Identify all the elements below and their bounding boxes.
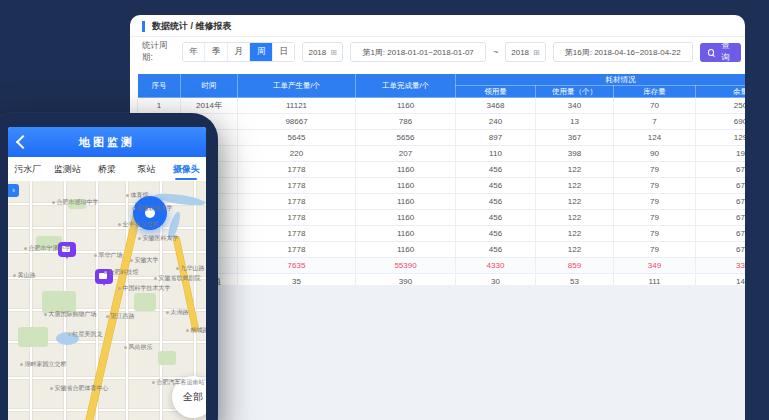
map-label: 合肥科技馆 bbox=[104, 269, 139, 275]
table-cell: 124 bbox=[614, 130, 696, 146]
map-label: 合肥汽车客运南站 bbox=[152, 379, 205, 385]
table-cell: 1160 bbox=[356, 162, 456, 178]
table-row: 2202071103989019 bbox=[138, 146, 746, 162]
report-table-header: 序号 时间 工单产生量/个 工单完成量/个 耗材情况 领用量 使用量（个） 库存… bbox=[138, 74, 746, 98]
table-cell: 340 bbox=[536, 98, 614, 114]
panel-expander-button[interactable]: › bbox=[8, 184, 19, 197]
map-label: 安徽大学 bbox=[130, 257, 159, 263]
table-cell: 122 bbox=[536, 162, 614, 178]
map-label: 安徽省合肥体育中心 bbox=[50, 385, 109, 391]
table-cell: 5645 bbox=[238, 130, 356, 146]
table-cell: 11121 bbox=[238, 98, 356, 114]
map-label: 黄山路 bbox=[13, 272, 36, 278]
table-cell: 4330 bbox=[456, 258, 536, 274]
table-cell: 1778 bbox=[238, 162, 356, 178]
table-cell: 220 bbox=[238, 146, 356, 162]
week-range-start-field[interactable]: 第1周: 2018-01-01~2018-01-07 bbox=[350, 42, 486, 62]
table-cell: 2014年 bbox=[181, 98, 238, 114]
table-cell: 897 bbox=[456, 130, 536, 146]
table-row: 98667786240137690 bbox=[138, 114, 746, 130]
table-cell: 98667 bbox=[238, 114, 356, 130]
table-row: 177811604561227967 bbox=[138, 162, 746, 178]
table-cell: 79 bbox=[614, 162, 696, 178]
table-cell: 859 bbox=[536, 258, 614, 274]
dashboard-card: 数据统计 / 维修报表 统计周期: 年季月周日 2018 ⊞ 第1周: 2018… bbox=[130, 15, 745, 420]
subcol-1: 领用量 bbox=[456, 86, 536, 98]
phone-page-title: 地图监测 bbox=[79, 135, 135, 150]
table-cell: 79 bbox=[614, 242, 696, 258]
week-range-end-field[interactable]: 第16周: 2018-04-16~2018-04-22 bbox=[553, 42, 693, 62]
table-cell: 67 bbox=[696, 162, 746, 178]
col-created: 工单产生量/个 bbox=[238, 74, 356, 98]
period-option-季[interactable]: 季 bbox=[205, 43, 228, 61]
phone-tab-泵站[interactable]: 泵站 bbox=[127, 157, 167, 181]
map-label: 大唐国际购物广场 bbox=[44, 311, 97, 317]
year-end-select[interactable]: 2018 ⊞ bbox=[505, 42, 546, 62]
magnifier-icon bbox=[708, 49, 714, 56]
table-cell: 129 bbox=[696, 130, 746, 146]
table-cell: 13 bbox=[536, 114, 614, 130]
map-label: 合肥市琥珀中学 bbox=[52, 199, 99, 205]
table-cell: 122 bbox=[536, 194, 614, 210]
table-cell: 122 bbox=[536, 242, 614, 258]
divider bbox=[130, 36, 745, 37]
table-row: 12014年111211160346834070250 bbox=[138, 98, 746, 114]
table-row: 177811604561227967 bbox=[138, 178, 746, 194]
map-park bbox=[42, 291, 76, 313]
phone-tab-bar: 污水厂监测站桥梁泵站摄像头 bbox=[8, 157, 206, 181]
table-cell: 456 bbox=[456, 242, 536, 258]
period-option-日[interactable]: 日 bbox=[273, 43, 295, 61]
table-cell: 122 bbox=[536, 210, 614, 226]
table-row: 177811604561227967 bbox=[138, 194, 746, 210]
table-cell: 250 bbox=[696, 98, 746, 114]
year-start-select[interactable]: 2018 ⊞ bbox=[302, 42, 343, 62]
table-cell: 67 bbox=[696, 242, 746, 258]
phone-tab-污水厂[interactable]: 污水厂 bbox=[8, 157, 48, 181]
phone-tab-桥梁[interactable]: 桥梁 bbox=[87, 157, 127, 181]
search-button[interactable]: 查询 bbox=[700, 43, 741, 62]
table-cell: 3468 bbox=[456, 98, 536, 114]
map-label: 翠华广场 bbox=[94, 252, 123, 258]
period-option-年[interactable]: 年 bbox=[183, 43, 206, 61]
table-cell: 1778 bbox=[238, 210, 356, 226]
table-cell: 456 bbox=[456, 210, 536, 226]
table-cell: 786 bbox=[356, 114, 456, 130]
map-view[interactable]: › 全部 合肥市琥珀中学体育馆安徽农业大学全丰省立交桥安徽医科大学合肥市宁溪小学… bbox=[8, 181, 206, 420]
filter-bar: 统计周期: 年季月周日 2018 ⊞ 第1周: 2018-01-01~2018-… bbox=[142, 42, 745, 62]
table-cell: 367 bbox=[536, 130, 614, 146]
table-cell: 1160 bbox=[356, 210, 456, 226]
table-cell: 1160 bbox=[356, 242, 456, 258]
map-label: 体育馆 bbox=[126, 192, 149, 198]
table-cell: 67 bbox=[696, 210, 746, 226]
charts-section: 产生工单量 完成工单量 360323 耗材分析 2402001601208040 bbox=[130, 285, 745, 420]
col-done: 工单完成量/个 bbox=[356, 74, 456, 98]
map-label: 安徽医科大学 bbox=[138, 235, 179, 241]
back-chevron-icon[interactable] bbox=[16, 135, 30, 149]
phone-tab-监测站[interactable]: 监测站 bbox=[48, 157, 88, 181]
table-cell: 456 bbox=[456, 178, 536, 194]
map-label: 九华山路 bbox=[176, 265, 205, 271]
period-label: 统计周期: bbox=[142, 40, 175, 64]
table-cell: 19 bbox=[696, 146, 746, 162]
table-row: 56455656897367124129 bbox=[138, 130, 746, 146]
table-cell: 1160 bbox=[356, 178, 456, 194]
table-cell: 207 bbox=[356, 146, 456, 162]
period-option-月[interactable]: 月 bbox=[228, 43, 251, 61]
phone-tab-摄像头[interactable]: 摄像头 bbox=[166, 157, 206, 181]
map-park bbox=[158, 351, 176, 365]
table-cell: 1160 bbox=[356, 98, 456, 114]
table-cell: 79 bbox=[614, 226, 696, 242]
phone-header: 地图监测 bbox=[8, 127, 206, 157]
table-cell: 67 bbox=[696, 194, 746, 210]
period-option-周[interactable]: 周 bbox=[250, 43, 273, 61]
table-cell: 67 bbox=[696, 178, 746, 194]
table-row: 177811604561227967 bbox=[138, 226, 746, 242]
report-table: 序号 时间 工单产生量/个 工单完成量/个 耗材情况 领用量 使用量（个） 库存… bbox=[137, 73, 745, 290]
table-cell: 33 bbox=[696, 258, 746, 274]
map-label: 红星美凯龙 bbox=[68, 331, 103, 337]
table-cell: 70 bbox=[614, 98, 696, 114]
phone-screen: 地图监测 污水厂监测站桥梁泵站摄像头 bbox=[8, 127, 206, 420]
table-cell: 110 bbox=[456, 146, 536, 162]
table-cell: 122 bbox=[536, 226, 614, 242]
table-cell: 1778 bbox=[238, 226, 356, 242]
